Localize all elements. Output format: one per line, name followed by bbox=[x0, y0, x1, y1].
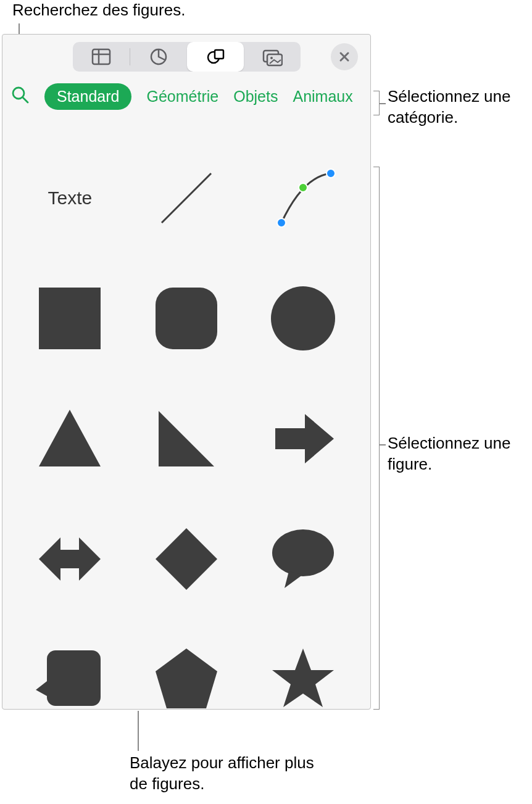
callout-square-icon bbox=[36, 645, 104, 710]
svg-marker-26 bbox=[36, 681, 47, 696]
svg-marker-19 bbox=[159, 411, 214, 466]
diamond-icon bbox=[152, 525, 220, 593]
shape-circle[interactable] bbox=[247, 260, 358, 377]
shape-star[interactable] bbox=[247, 621, 358, 710]
right-triangle-icon bbox=[152, 405, 220, 473]
svg-rect-0 bbox=[93, 49, 110, 64]
insert-tabs bbox=[73, 42, 301, 72]
bracket-category bbox=[373, 91, 380, 115]
arrow-right-icon bbox=[269, 405, 337, 473]
callout-search: Recherchez des figures. bbox=[12, 0, 185, 21]
close-button[interactable] bbox=[331, 43, 358, 70]
tab-chart[interactable] bbox=[130, 42, 187, 72]
callout-swipe: Balayez pour afficher plus de figures. bbox=[130, 753, 315, 795]
circle-icon bbox=[269, 284, 337, 352]
rounded-square-icon bbox=[152, 284, 220, 352]
bracket-shapes bbox=[373, 167, 380, 710]
svg-line-10 bbox=[23, 97, 28, 102]
line-icon bbox=[152, 164, 220, 232]
tab-shapes[interactable] bbox=[187, 42, 244, 72]
shape-pentagon[interactable] bbox=[131, 621, 242, 710]
shape-arrow-right[interactable] bbox=[247, 380, 358, 497]
svg-point-12 bbox=[277, 218, 286, 227]
svg-rect-5 bbox=[215, 50, 223, 59]
shape-square[interactable] bbox=[15, 260, 125, 377]
category-row: Standard Géométrie Objets Animaux bbox=[2, 78, 370, 115]
square-icon bbox=[36, 284, 104, 352]
svg-point-17 bbox=[271, 286, 335, 350]
star-icon bbox=[269, 645, 337, 710]
callout-line bbox=[138, 711, 139, 751]
tab-table[interactable] bbox=[73, 42, 130, 72]
svg-rect-25 bbox=[47, 650, 101, 706]
category-objets[interactable]: Objets bbox=[233, 88, 278, 106]
shapes-panel: Standard Géométrie Objets Animaux Texte bbox=[2, 34, 371, 710]
shape-text[interactable]: Texte bbox=[15, 139, 125, 257]
shape-speech-bubble[interactable] bbox=[247, 500, 358, 618]
tab-media[interactable] bbox=[244, 42, 301, 72]
callout-category: Sélectionnez une catégorie. bbox=[388, 86, 530, 128]
callout-line bbox=[380, 444, 386, 446]
callout-shape: Sélectionnez une figure. bbox=[388, 433, 530, 475]
callout-line bbox=[380, 103, 386, 104]
svg-point-14 bbox=[299, 183, 307, 192]
speech-bubble-icon bbox=[269, 525, 337, 593]
shape-rounded-square[interactable] bbox=[131, 260, 242, 377]
text-icon: Texte bbox=[48, 188, 92, 209]
pentagon-icon bbox=[152, 645, 220, 710]
svg-point-13 bbox=[326, 169, 335, 178]
shape-curve[interactable] bbox=[247, 139, 358, 257]
svg-rect-15 bbox=[39, 288, 101, 349]
svg-point-8 bbox=[270, 57, 273, 59]
insert-toolbar bbox=[2, 35, 370, 78]
shape-diamond[interactable] bbox=[131, 500, 242, 618]
svg-marker-22 bbox=[156, 528, 217, 590]
category-animaux[interactable]: Animaux bbox=[293, 88, 352, 106]
arrow-left-right-icon bbox=[36, 525, 104, 593]
shape-right-triangle[interactable] bbox=[131, 380, 242, 497]
shape-arrow-left-right[interactable] bbox=[15, 500, 125, 618]
svg-rect-16 bbox=[156, 288, 217, 349]
shape-callout-square[interactable] bbox=[15, 621, 125, 710]
search-icon[interactable] bbox=[11, 86, 30, 107]
shapes-grid[interactable]: Texte bbox=[2, 115, 370, 710]
svg-marker-20 bbox=[275, 414, 334, 463]
svg-point-23 bbox=[272, 529, 334, 576]
shape-line[interactable] bbox=[131, 139, 242, 257]
category-standard[interactable]: Standard bbox=[44, 83, 131, 110]
svg-marker-21 bbox=[39, 537, 101, 581]
category-geometrie[interactable]: Géométrie bbox=[146, 88, 218, 106]
svg-marker-24 bbox=[285, 571, 303, 588]
svg-marker-27 bbox=[156, 649, 217, 708]
shape-triangle[interactable] bbox=[15, 380, 125, 497]
svg-marker-18 bbox=[39, 410, 101, 466]
svg-marker-28 bbox=[272, 649, 334, 707]
triangle-icon bbox=[36, 405, 104, 473]
svg-line-11 bbox=[162, 173, 211, 223]
curve-icon bbox=[269, 164, 337, 232]
